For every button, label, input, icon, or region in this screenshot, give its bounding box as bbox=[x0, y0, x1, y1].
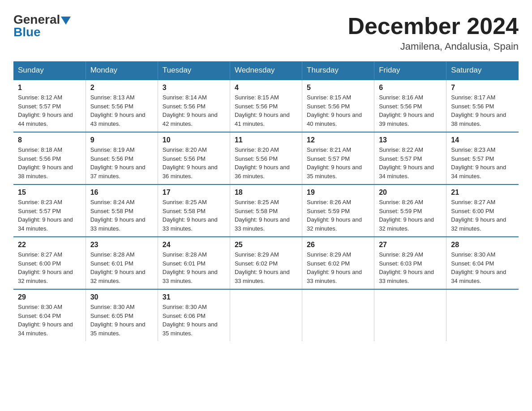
day-info: Sunrise: 8:25 AMSunset: 5:58 PMDaylight:… bbox=[163, 198, 225, 233]
calendar-week-row: 15Sunrise: 8:23 AMSunset: 5:57 PMDayligh… bbox=[13, 184, 519, 237]
weekday-header-friday: Friday bbox=[374, 61, 446, 80]
calendar-cell: 27Sunrise: 8:29 AMSunset: 6:03 PMDayligh… bbox=[374, 237, 446, 289]
calendar-week-row: 22Sunrise: 8:27 AMSunset: 6:00 PMDayligh… bbox=[13, 237, 519, 289]
weekday-header-thursday: Thursday bbox=[302, 61, 374, 80]
day-info: Sunrise: 8:28 AMSunset: 6:01 PMDaylight:… bbox=[163, 250, 225, 285]
day-number: 5 bbox=[307, 84, 369, 92]
day-number: 28 bbox=[451, 241, 514, 249]
weekday-header-saturday: Saturday bbox=[446, 61, 519, 80]
logo-general-text: General bbox=[13, 13, 60, 26]
calendar-cell bbox=[446, 289, 519, 341]
day-info: Sunrise: 8:12 AMSunset: 5:57 PMDaylight:… bbox=[18, 93, 81, 128]
calendar-cell bbox=[302, 289, 374, 341]
page-header: General Blue December 2024 Jamilena, And… bbox=[13, 13, 519, 52]
day-number: 9 bbox=[90, 136, 153, 144]
logo: General Blue bbox=[13, 13, 71, 39]
day-number: 29 bbox=[18, 293, 81, 301]
calendar-cell bbox=[374, 289, 446, 341]
day-info: Sunrise: 8:23 AMSunset: 5:57 PMDaylight:… bbox=[451, 146, 514, 180]
calendar-cell: 7Sunrise: 8:17 AMSunset: 5:56 PMDaylight… bbox=[446, 80, 519, 132]
calendar-cell: 9Sunrise: 8:19 AMSunset: 5:56 PMDaylight… bbox=[86, 132, 158, 184]
day-info: Sunrise: 8:16 AMSunset: 5:56 PMDaylight:… bbox=[379, 93, 442, 128]
calendar-table: SundayMondayTuesdayWednesdayThursdayFrid… bbox=[13, 61, 519, 341]
day-info: Sunrise: 8:20 AMSunset: 5:56 PMDaylight:… bbox=[163, 146, 225, 180]
logo-blue-text: Blue bbox=[13, 26, 41, 39]
calendar-cell: 18Sunrise: 8:25 AMSunset: 5:58 PMDayligh… bbox=[230, 184, 302, 237]
calendar-cell: 29Sunrise: 8:30 AMSunset: 6:04 PMDayligh… bbox=[13, 289, 86, 341]
day-info: Sunrise: 8:23 AMSunset: 5:57 PMDaylight:… bbox=[18, 198, 81, 233]
calendar-cell: 14Sunrise: 8:23 AMSunset: 5:57 PMDayligh… bbox=[446, 132, 519, 184]
calendar-cell: 30Sunrise: 8:30 AMSunset: 6:05 PMDayligh… bbox=[86, 289, 158, 341]
calendar-cell: 11Sunrise: 8:20 AMSunset: 5:56 PMDayligh… bbox=[230, 132, 302, 184]
day-info: Sunrise: 8:19 AMSunset: 5:56 PMDaylight:… bbox=[90, 146, 153, 180]
day-number: 17 bbox=[163, 188, 225, 197]
calendar-cell: 12Sunrise: 8:21 AMSunset: 5:57 PMDayligh… bbox=[302, 132, 374, 184]
calendar-cell: 25Sunrise: 8:29 AMSunset: 6:02 PMDayligh… bbox=[230, 237, 302, 289]
calendar-cell: 2Sunrise: 8:13 AMSunset: 5:56 PMDaylight… bbox=[86, 80, 158, 132]
svg-marker-0 bbox=[61, 17, 71, 25]
day-number: 21 bbox=[451, 188, 514, 197]
day-number: 3 bbox=[163, 84, 225, 92]
calendar-cell: 17Sunrise: 8:25 AMSunset: 5:58 PMDayligh… bbox=[158, 184, 230, 237]
month-title: December 2024 bbox=[348, 13, 519, 39]
calendar-cell: 19Sunrise: 8:26 AMSunset: 5:59 PMDayligh… bbox=[302, 184, 374, 237]
calendar-cell: 13Sunrise: 8:22 AMSunset: 5:57 PMDayligh… bbox=[374, 132, 446, 184]
day-number: 19 bbox=[307, 188, 369, 197]
day-number: 27 bbox=[379, 241, 442, 249]
day-number: 1 bbox=[18, 84, 81, 92]
day-number: 15 bbox=[18, 188, 81, 197]
day-number: 16 bbox=[90, 188, 153, 197]
calendar-cell: 24Sunrise: 8:28 AMSunset: 6:01 PMDayligh… bbox=[158, 237, 230, 289]
weekday-header-wednesday: Wednesday bbox=[230, 61, 302, 80]
calendar-cell: 31Sunrise: 8:30 AMSunset: 6:06 PMDayligh… bbox=[158, 289, 230, 341]
day-info: Sunrise: 8:17 AMSunset: 5:56 PMDaylight:… bbox=[451, 93, 514, 128]
day-info: Sunrise: 8:21 AMSunset: 5:57 PMDaylight:… bbox=[307, 146, 369, 180]
weekday-header-monday: Monday bbox=[86, 61, 158, 80]
day-number: 13 bbox=[379, 136, 442, 144]
calendar-cell: 26Sunrise: 8:29 AMSunset: 6:02 PMDayligh… bbox=[302, 237, 374, 289]
day-info: Sunrise: 8:25 AMSunset: 5:58 PMDaylight:… bbox=[235, 198, 297, 233]
calendar-cell: 21Sunrise: 8:27 AMSunset: 6:00 PMDayligh… bbox=[446, 184, 519, 237]
day-number: 8 bbox=[18, 136, 81, 144]
calendar-cell: 4Sunrise: 8:15 AMSunset: 5:56 PMDaylight… bbox=[230, 80, 302, 132]
calendar-cell: 5Sunrise: 8:15 AMSunset: 5:56 PMDaylight… bbox=[302, 80, 374, 132]
weekday-header-row: SundayMondayTuesdayWednesdayThursdayFrid… bbox=[13, 61, 519, 80]
day-info: Sunrise: 8:30 AMSunset: 6:04 PMDaylight:… bbox=[18, 303, 81, 338]
calendar-week-row: 29Sunrise: 8:30 AMSunset: 6:04 PMDayligh… bbox=[13, 289, 519, 341]
day-number: 11 bbox=[235, 136, 297, 144]
calendar-cell: 15Sunrise: 8:23 AMSunset: 5:57 PMDayligh… bbox=[13, 184, 86, 237]
day-number: 2 bbox=[90, 84, 153, 92]
day-info: Sunrise: 8:30 AMSunset: 6:05 PMDaylight:… bbox=[90, 303, 153, 338]
weekday-header-tuesday: Tuesday bbox=[158, 61, 230, 80]
day-number: 25 bbox=[235, 241, 297, 249]
day-number: 20 bbox=[379, 188, 442, 197]
day-number: 18 bbox=[235, 188, 297, 197]
day-number: 14 bbox=[451, 136, 514, 144]
day-info: Sunrise: 8:24 AMSunset: 5:58 PMDaylight:… bbox=[90, 198, 153, 233]
day-info: Sunrise: 8:29 AMSunset: 6:03 PMDaylight:… bbox=[379, 250, 442, 285]
day-info: Sunrise: 8:26 AMSunset: 5:59 PMDaylight:… bbox=[307, 198, 369, 233]
calendar-week-row: 1Sunrise: 8:12 AMSunset: 5:57 PMDaylight… bbox=[13, 80, 519, 132]
day-info: Sunrise: 8:27 AMSunset: 6:00 PMDaylight:… bbox=[18, 250, 81, 285]
calendar-cell: 3Sunrise: 8:14 AMSunset: 5:56 PMDaylight… bbox=[158, 80, 230, 132]
day-info: Sunrise: 8:13 AMSunset: 5:56 PMDaylight:… bbox=[90, 93, 153, 128]
calendar-cell: 10Sunrise: 8:20 AMSunset: 5:56 PMDayligh… bbox=[158, 132, 230, 184]
day-info: Sunrise: 8:29 AMSunset: 6:02 PMDaylight:… bbox=[307, 250, 369, 285]
day-number: 4 bbox=[235, 84, 297, 92]
day-number: 22 bbox=[18, 241, 81, 249]
calendar-week-row: 8Sunrise: 8:18 AMSunset: 5:56 PMDaylight… bbox=[13, 132, 519, 184]
day-number: 24 bbox=[163, 241, 225, 249]
day-info: Sunrise: 8:28 AMSunset: 6:01 PMDaylight:… bbox=[90, 250, 153, 285]
day-info: Sunrise: 8:20 AMSunset: 5:56 PMDaylight:… bbox=[235, 146, 297, 180]
day-number: 30 bbox=[90, 293, 153, 301]
day-number: 6 bbox=[379, 84, 442, 92]
day-info: Sunrise: 8:14 AMSunset: 5:56 PMDaylight:… bbox=[163, 93, 225, 128]
day-number: 31 bbox=[163, 293, 225, 301]
day-number: 26 bbox=[307, 241, 369, 249]
day-info: Sunrise: 8:29 AMSunset: 6:02 PMDaylight:… bbox=[235, 250, 297, 285]
logo-arrow-icon bbox=[61, 17, 71, 25]
day-number: 7 bbox=[451, 84, 514, 92]
day-info: Sunrise: 8:27 AMSunset: 6:00 PMDaylight:… bbox=[451, 198, 514, 233]
calendar-cell: 22Sunrise: 8:27 AMSunset: 6:00 PMDayligh… bbox=[13, 237, 86, 289]
day-info: Sunrise: 8:30 AMSunset: 6:04 PMDaylight:… bbox=[451, 250, 514, 285]
